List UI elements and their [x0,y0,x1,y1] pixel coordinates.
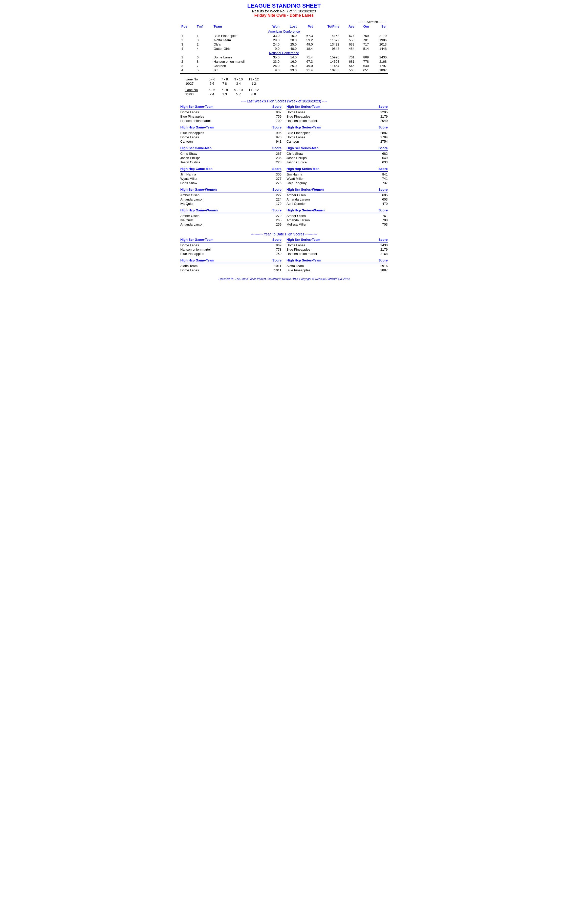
score-row: Canteen 941 [180,139,281,143]
score-name: Alotta Team [287,264,375,268]
team-row: 2 8 Hansen onion martell 33.0 16.0 67.3 … [180,59,388,64]
score-block-header: High Scr Game-Team Score [180,105,281,110]
american-conference-label: American Conference [180,29,388,34]
score-block: High Hcp Game-Team Score Blue Pineapples… [180,125,281,143]
score-row: Alotta Team 1011 [180,264,281,268]
score-block: High Hcp Series-Men Score Jim Hanna 841 … [287,167,388,185]
score-row: Iva Quist 265 [180,218,281,222]
score-block-title: High Hcp Game-Team [180,125,214,129]
score-name: Alotta Team [180,264,269,268]
score-row: Amber Olsen 279 [180,214,281,218]
score-block-score-label: Score [272,188,281,192]
score-block-header: High Scr Series-Women Score [287,188,388,192]
score-value: 2179 [375,115,388,118]
score-name: Dome Lanes [180,110,269,114]
score-value: 700 [269,119,281,123]
lane-range-1d: 11 - 12 [246,77,261,81]
score-block-score-label: Score [272,125,281,129]
score-name: Dome Lanes [287,243,375,247]
score-row: Blue Pineapples 759 [180,114,281,119]
lane-range-2c: 9 - 10 [231,88,246,92]
score-row: Dome Lanes 869 [180,243,281,247]
score-block-header: High Hcp Series-Team Score [287,125,388,130]
score-row: Dome Lanes 807 [180,110,281,114]
score-value: 970 [269,135,281,139]
lane-date-2: 11/03 [185,92,205,96]
score-block-header: High Scr Series-Men Score [287,146,388,151]
score-name: Hansen onion martell [180,119,269,123]
score-value: 2295 [375,110,388,114]
score-name: Dome Lanes [180,135,269,139]
team-row: 4 4 Gutter Girlz 9.0 40.0 18.4 9543 454 … [180,47,388,51]
score-block-title: High Scr Series-Team [287,105,320,109]
score-row: Dome Lanes 2295 [287,110,388,114]
score-name: Jason Phillips [180,156,269,160]
score-value: 2916 [375,264,388,268]
score-block: High Scr Game-Men Score Chris Shaw 267 J… [180,146,281,165]
score-name: Hansen onion martell [180,248,269,251]
col-ser: Ser [370,24,388,29]
score-block-score-label: Score [379,125,388,129]
score-value: 807 [269,110,281,114]
score-row: Jim Hanna 841 [287,172,388,177]
score-block-header: High Hcp Game-Team Score [180,258,281,263]
score-row: Amber Olsen 605 [287,193,388,197]
lane-row-1-date: 10/27 5 6 7 8 3 4 1 2 [185,82,388,86]
score-value: 841 [375,172,388,176]
score-name: Amanda Larson [287,198,375,201]
score-block-title: High Hcp Game-Team [180,258,214,262]
score-row: Dome Lanes 2430 [287,243,388,247]
score-name: Iva Quist [180,218,269,222]
score-row: Hansen onion martell 2049 [287,119,388,123]
score-row: Dome Lanes 970 [180,135,281,139]
score-row: Blue Pineapples 2887 [287,131,388,135]
score-value: 1011 [269,264,281,268]
score-row: Chris Shaw 267 [180,151,281,156]
score-name: Amanda Larson [287,218,375,222]
score-row: Blue Pineapples 995 [180,131,281,135]
lane-val-1a: 5 6 [205,82,218,86]
score-value: 649 [375,156,388,160]
score-row: Alotta Team 2916 [287,264,388,268]
score-block-score-label: Score [272,208,281,212]
score-value: 276 [269,181,281,185]
score-value: 179 [269,202,281,205]
score-block-title: High Hcp Game-Men [180,167,212,171]
lane-row-1: Lane No 5 - 6 7 - 8 9 - 10 11 - 12 [185,77,388,81]
lane-range-2a: 5 - 6 [205,88,218,92]
score-block-score-label: Score [379,208,388,212]
score-block: High Scr Series-Men Score Chris Shaw 682… [287,146,388,165]
score-block: High Scr Series-Team Score Dome Lanes 24… [287,238,388,256]
score-block-header: High Hcp Series-Women Score [287,208,388,213]
score-value: 2754 [375,140,388,143]
team-row: 1 1 Blue Pineapples 33.0 16.0 67.3 14163… [180,34,388,38]
score-value: 265 [269,218,281,222]
score-value: 2887 [375,131,388,135]
score-value: 305 [269,172,281,176]
score-row: Hansen onion martell 778 [180,247,281,252]
score-name: Chip Tanguay [287,181,375,185]
score-value: 227 [269,193,281,197]
score-value: 470 [375,202,388,205]
score-block: High Scr Game-Women Score Amber Olsen 22… [180,188,281,206]
last-week-section: ---- Last Week's High Scores (Week of 10… [180,99,388,229]
score-row: Melissa Miller 703 [287,222,388,226]
score-value: 682 [375,152,388,156]
score-value: 2179 [375,248,388,251]
score-value: 737 [375,181,388,185]
lane-val-2c: 5 7 [231,92,246,96]
lane-range-1b: 7 - 8 [218,77,231,81]
score-row: Jim Hanna 305 [180,172,281,177]
lane-row-2-date: 11/03 2 4 1 3 5 7 6 8 [185,92,388,96]
score-name: Dome Lanes [180,268,269,272]
score-block: High Hcp Series-Team Score Alotta Team 2… [287,258,388,272]
score-block: High Scr Game-Team Score Dome Lanes 807 … [180,105,281,123]
score-name: Melissa Miller [287,222,375,226]
col-ave: Ave [340,24,355,29]
scratch-header: --------Scratch-------- [314,20,388,24]
score-block-title: High Scr Game-Team [180,238,213,242]
score-block-header: High Scr Game-Team Score [180,238,281,243]
score-row: Blue Pineapples 759 [180,252,281,256]
score-row: Hansen onion martell 2168 [287,252,388,256]
score-block-score-label: Score [272,167,281,171]
